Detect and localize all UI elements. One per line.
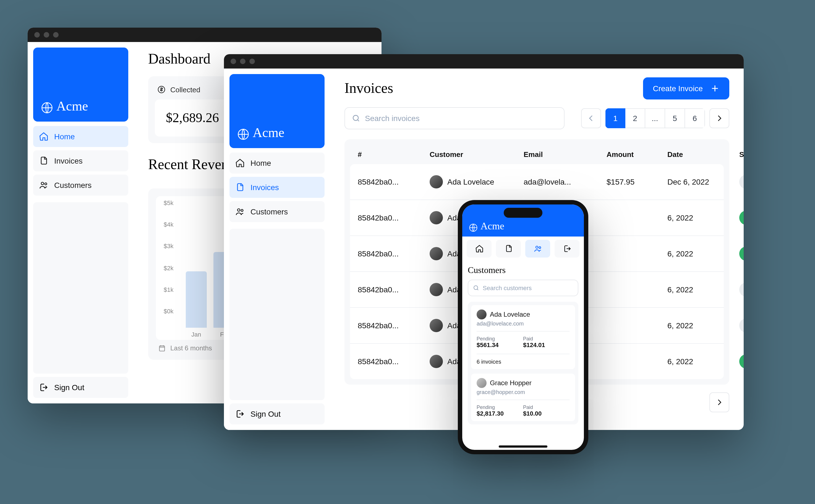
invoice-count: 6 invoices — [477, 354, 570, 365]
status-badge: Pending — [739, 175, 744, 189]
chart-ytick: $2k — [164, 264, 174, 271]
brand-name: Acme — [481, 221, 504, 232]
cell-id: 85842ba0... — [358, 357, 430, 366]
cell-date: 6, 2022 — [667, 357, 739, 366]
customer-card[interactable]: Ada Lovelaceada@lovelace.comPending$561.… — [471, 305, 575, 369]
sidebar-item-customers[interactable]: Customers — [33, 175, 128, 196]
signout-icon — [39, 382, 49, 392]
stat-value: $10.00 — [523, 410, 570, 417]
traffic-light[interactable] — [34, 32, 40, 38]
chart-ytick: $1k — [164, 286, 174, 293]
chart-xlabel: Jan — [191, 331, 201, 338]
metric-label: Collected — [155, 83, 230, 99]
chart-footer-label: Last 6 months — [170, 344, 212, 352]
create-invoice-button[interactable]: Create Invoice — [643, 77, 729, 99]
pagination-next[interactable] — [709, 392, 729, 412]
traffic-light[interactable] — [249, 59, 255, 64]
pagination-page[interactable]: 5 — [665, 108, 685, 128]
table-row: 85842ba0...Ada Lovelaceada@lovela...$157… — [350, 164, 724, 199]
search-icon — [473, 285, 480, 291]
brand-logo: Acme — [33, 48, 128, 122]
avatar — [477, 378, 487, 388]
cell-id: 85842ba0... — [358, 285, 430, 294]
traffic-light[interactable] — [230, 59, 236, 64]
calendar-icon — [158, 344, 166, 352]
sidebar-item-label: Invoices — [250, 183, 279, 192]
users-icon — [39, 180, 49, 190]
col-customer: Customer — [430, 150, 524, 159]
users-icon — [533, 244, 542, 253]
avatar — [477, 309, 487, 319]
customer-email: ada@lovelace.com — [477, 321, 570, 327]
svg-point-8 — [353, 115, 358, 120]
cell-email: ada@lovela... — [524, 177, 607, 186]
status-badge: Paid — [739, 354, 744, 369]
brand-name: Acme — [56, 99, 88, 114]
search-input[interactable]: Search customers — [468, 280, 578, 296]
mobile-nav-signout[interactable] — [555, 240, 580, 258]
cell-date: 6, 2022 — [667, 285, 739, 294]
mobile-nav-customers[interactable] — [525, 240, 550, 258]
search-icon — [352, 114, 360, 123]
home-indicator — [499, 445, 547, 448]
sidebar-item-label: Home — [54, 132, 75, 141]
window-titlebar — [28, 28, 381, 42]
pagination-page[interactable]: 6 — [685, 108, 705, 128]
users-icon — [235, 207, 245, 217]
home-icon — [235, 158, 245, 168]
cell-date: 6, 2022 — [667, 321, 739, 330]
pagination-page[interactable]: 1 — [606, 108, 625, 128]
sidebar: Acme Home Invoices Customers — [224, 69, 330, 430]
chart-ytick: $3k — [164, 243, 174, 250]
sidebar-item-label: Home — [250, 159, 271, 167]
plus-icon — [711, 84, 719, 93]
stat-value: $124.01 — [523, 342, 570, 348]
sign-out-button[interactable]: Sign Out — [229, 403, 324, 424]
customer-email: grace@hopper.com — [477, 389, 570, 395]
cell-customer: Ada Lovelace — [430, 175, 524, 188]
sidebar-item-customers[interactable]: Customers — [229, 201, 324, 222]
sidebar-item-home[interactable]: Home — [33, 126, 128, 147]
mobile-nav-invoices[interactable] — [496, 240, 521, 258]
svg-point-6 — [237, 209, 240, 211]
customer-name: Grace Hopper — [490, 379, 532, 387]
pagination-prev[interactable] — [581, 108, 601, 128]
page-title: Invoices — [344, 80, 393, 97]
sidebar-item-invoices[interactable]: Invoices — [229, 177, 324, 198]
status-badge: Pending — [739, 318, 744, 333]
customer-card[interactable]: Grace Hoppergrace@hopper.comPending$2,81… — [471, 374, 575, 421]
chart-bar — [186, 271, 207, 328]
avatar — [430, 319, 443, 332]
stat-label: Paid — [523, 336, 570, 342]
pagination-page[interactable]: 2 — [625, 108, 645, 128]
traffic-light[interactable] — [240, 59, 245, 64]
globe-icon — [237, 128, 253, 140]
phone-notch — [504, 208, 543, 218]
traffic-light[interactable] — [44, 32, 49, 38]
home-icon — [39, 132, 49, 141]
mobile-nav-home[interactable] — [467, 240, 492, 258]
globe-icon — [41, 102, 56, 114]
page-title: Customers — [468, 265, 578, 275]
pagination-next[interactable] — [709, 108, 729, 128]
traffic-light[interactable] — [53, 32, 59, 38]
documents-icon — [235, 182, 245, 192]
home-icon — [475, 244, 484, 253]
col-id: # — [358, 150, 430, 159]
metric-value: $2,689.26 — [155, 99, 230, 137]
sidebar-item-label: Customers — [250, 207, 288, 216]
chart-ytick: $0k — [164, 308, 174, 314]
sidebar: Acme Home Invoices Customers — [28, 42, 134, 403]
svg-point-13 — [536, 246, 538, 248]
cell-id: 85842ba0... — [358, 249, 430, 258]
cell-id: 85842ba0... — [358, 177, 430, 186]
pagination-page[interactable]: ... — [645, 108, 665, 128]
sidebar-item-invoices[interactable]: Invoices — [33, 150, 128, 171]
brand-name: Acme — [253, 125, 284, 140]
sign-out-button[interactable]: Sign Out — [33, 377, 128, 398]
search-input[interactable]: Search invoices — [344, 107, 565, 129]
create-invoice-label: Create Invoice — [653, 84, 703, 93]
search-placeholder: Search invoices — [365, 114, 420, 123]
sidebar-item-home[interactable]: Home — [229, 153, 324, 174]
cell-date: 6, 2022 — [667, 213, 739, 222]
